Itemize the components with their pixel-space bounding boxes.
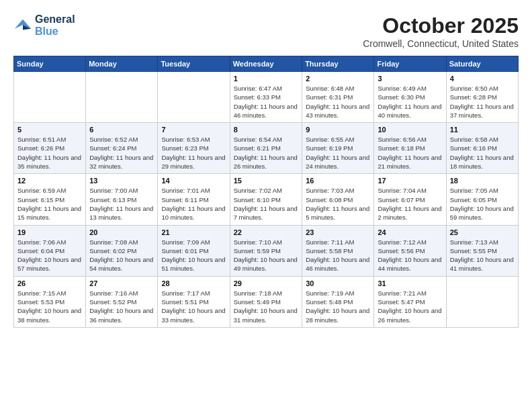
calendar-cell: 15Sunrise: 7:02 AM Sunset: 6:10 PM Dayli… (230, 174, 302, 225)
calendar-cell: 25Sunrise: 7:13 AM Sunset: 5:55 PM Dayli… (446, 225, 518, 276)
weekday-header-friday: Friday (374, 56, 446, 72)
calendar-cell: 2Sunrise: 6:48 AM Sunset: 6:31 PM Daylig… (302, 72, 374, 123)
day-info: Sunrise: 6:52 AM Sunset: 6:24 PM Dayligh… (89, 135, 154, 171)
day-info: Sunrise: 6:48 AM Sunset: 6:31 PM Dayligh… (306, 84, 370, 120)
logo-icon (13, 16, 32, 35)
day-info: Sunrise: 6:47 AM Sunset: 6:33 PM Dayligh… (234, 84, 298, 120)
weekday-header-tuesday: Tuesday (158, 56, 230, 72)
day-info: Sunrise: 7:08 AM Sunset: 6:02 PM Dayligh… (89, 238, 154, 273)
day-number: 19 (17, 228, 82, 236)
day-number: 31 (378, 279, 442, 287)
day-number: 11 (450, 126, 515, 134)
day-number: 16 (306, 177, 370, 185)
day-info: Sunrise: 7:01 AM Sunset: 6:11 PM Dayligh… (161, 186, 226, 222)
calendar-cell: 1Sunrise: 6:47 AM Sunset: 6:33 PM Daylig… (230, 72, 302, 123)
calendar-cell: 18Sunrise: 7:05 AM Sunset: 6:05 PM Dayli… (446, 174, 518, 225)
weekday-header-monday: Monday (86, 56, 158, 72)
day-info: Sunrise: 7:13 AM Sunset: 5:55 PM Dayligh… (450, 238, 515, 273)
calendar-cell (446, 276, 518, 327)
day-number: 10 (378, 126, 442, 134)
day-number: 23 (306, 228, 370, 236)
calendar-cell: 10Sunrise: 6:56 AM Sunset: 6:18 PM Dayli… (374, 123, 446, 174)
day-number: 4 (450, 75, 515, 83)
day-number: 21 (161, 228, 226, 236)
calendar-cell: 3Sunrise: 6:49 AM Sunset: 6:30 PM Daylig… (374, 72, 446, 123)
day-info: Sunrise: 6:54 AM Sunset: 6:21 PM Dayligh… (234, 135, 298, 171)
calendar-cell: 29Sunrise: 7:18 AM Sunset: 5:49 PM Dayli… (230, 276, 302, 327)
day-info: Sunrise: 6:49 AM Sunset: 6:30 PM Dayligh… (378, 84, 442, 120)
day-info: Sunrise: 7:12 AM Sunset: 5:56 PM Dayligh… (378, 238, 442, 273)
day-number: 25 (450, 228, 515, 236)
day-number: 27 (89, 279, 154, 287)
day-info: Sunrise: 6:50 AM Sunset: 6:28 PM Dayligh… (450, 84, 515, 120)
day-info: Sunrise: 7:00 AM Sunset: 6:13 PM Dayligh… (89, 186, 154, 222)
title-area: October 2025 Cromwell, Connecticut, Unit… (363, 13, 519, 49)
day-number: 28 (161, 279, 226, 287)
day-info: Sunrise: 7:19 AM Sunset: 5:48 PM Dayligh… (306, 289, 370, 324)
logo-line2: Blue (35, 26, 75, 38)
day-number: 22 (234, 228, 298, 236)
calendar-cell: 31Sunrise: 7:21 AM Sunset: 5:47 PM Dayli… (374, 276, 446, 327)
day-number: 20 (89, 228, 154, 236)
calendar-cell: 8Sunrise: 6:54 AM Sunset: 6:21 PM Daylig… (230, 123, 302, 174)
weekday-header-saturday: Saturday (446, 56, 518, 72)
calendar-cell: 24Sunrise: 7:12 AM Sunset: 5:56 PM Dayli… (374, 225, 446, 276)
calendar-week-row: 19Sunrise: 7:06 AM Sunset: 6:04 PM Dayli… (14, 225, 519, 276)
calendar-cell (14, 72, 86, 123)
calendar-week-row: 5Sunrise: 6:51 AM Sunset: 6:26 PM Daylig… (14, 123, 519, 174)
calendar-cell: 26Sunrise: 7:15 AM Sunset: 5:53 PM Dayli… (14, 276, 86, 327)
calendar-cell: 30Sunrise: 7:19 AM Sunset: 5:48 PM Dayli… (302, 276, 374, 327)
calendar-cell (86, 72, 158, 123)
day-number: 7 (161, 126, 226, 134)
day-info: Sunrise: 7:15 AM Sunset: 5:53 PM Dayligh… (17, 289, 82, 324)
calendar-cell: 23Sunrise: 7:11 AM Sunset: 5:58 PM Dayli… (302, 225, 374, 276)
day-number: 14 (161, 177, 226, 185)
day-number: 18 (450, 177, 515, 185)
calendar-cell: 7Sunrise: 6:53 AM Sunset: 6:23 PM Daylig… (158, 123, 230, 174)
day-number: 17 (378, 177, 442, 185)
day-info: Sunrise: 7:09 AM Sunset: 6:01 PM Dayligh… (161, 238, 226, 273)
calendar-cell: 17Sunrise: 7:04 AM Sunset: 6:07 PM Dayli… (374, 174, 446, 225)
day-info: Sunrise: 7:05 AM Sunset: 6:05 PM Dayligh… (450, 186, 515, 222)
location-subtitle: Cromwell, Connecticut, United States (363, 38, 519, 49)
day-number: 12 (17, 177, 82, 185)
day-info: Sunrise: 7:10 AM Sunset: 5:59 PM Dayligh… (234, 238, 298, 273)
day-number: 1 (234, 75, 298, 83)
month-title: October 2025 (363, 13, 519, 38)
calendar-cell: 14Sunrise: 7:01 AM Sunset: 6:11 PM Dayli… (158, 174, 230, 225)
day-info: Sunrise: 7:18 AM Sunset: 5:49 PM Dayligh… (234, 289, 298, 324)
day-info: Sunrise: 6:56 AM Sunset: 6:18 PM Dayligh… (378, 135, 442, 171)
day-number: 8 (234, 126, 298, 134)
day-number: 26 (17, 279, 82, 287)
calendar-cell: 27Sunrise: 7:16 AM Sunset: 5:52 PM Dayli… (86, 276, 158, 327)
day-info: Sunrise: 6:53 AM Sunset: 6:23 PM Dayligh… (161, 135, 226, 171)
calendar-cell: 20Sunrise: 7:08 AM Sunset: 6:02 PM Dayli… (86, 225, 158, 276)
day-number: 13 (89, 177, 154, 185)
day-number: 5 (17, 126, 82, 134)
day-info: Sunrise: 6:55 AM Sunset: 6:19 PM Dayligh… (306, 135, 370, 171)
day-info: Sunrise: 7:04 AM Sunset: 6:07 PM Dayligh… (378, 186, 442, 222)
weekday-header-wednesday: Wednesday (230, 56, 302, 72)
day-info: Sunrise: 7:16 AM Sunset: 5:52 PM Dayligh… (89, 289, 154, 324)
day-number: 6 (89, 126, 154, 134)
calendar-week-row: 1Sunrise: 6:47 AM Sunset: 6:33 PM Daylig… (14, 72, 519, 123)
day-info: Sunrise: 7:02 AM Sunset: 6:10 PM Dayligh… (234, 186, 298, 222)
calendar-cell (158, 72, 230, 123)
logo: General Blue (13, 13, 75, 37)
weekday-header-thursday: Thursday (302, 56, 374, 72)
day-number: 30 (306, 279, 370, 287)
logo-line1: General (35, 13, 75, 26)
day-info: Sunrise: 6:59 AM Sunset: 6:15 PM Dayligh… (17, 186, 82, 222)
weekday-header-sunday: Sunday (14, 56, 86, 72)
day-info: Sunrise: 7:11 AM Sunset: 5:58 PM Dayligh… (306, 238, 370, 273)
weekday-header-row: SundayMondayTuesdayWednesdayThursdayFrid… (14, 56, 519, 72)
calendar-cell: 9Sunrise: 6:55 AM Sunset: 6:19 PM Daylig… (302, 123, 374, 174)
calendar-cell: 16Sunrise: 7:03 AM Sunset: 6:08 PM Dayli… (302, 174, 374, 225)
day-number: 24 (378, 228, 442, 236)
day-info: Sunrise: 7:21 AM Sunset: 5:47 PM Dayligh… (378, 289, 442, 324)
calendar-cell: 21Sunrise: 7:09 AM Sunset: 6:01 PM Dayli… (158, 225, 230, 276)
day-number: 2 (306, 75, 370, 83)
day-number: 29 (234, 279, 298, 287)
day-number: 15 (234, 177, 298, 185)
day-number: 9 (306, 126, 370, 134)
